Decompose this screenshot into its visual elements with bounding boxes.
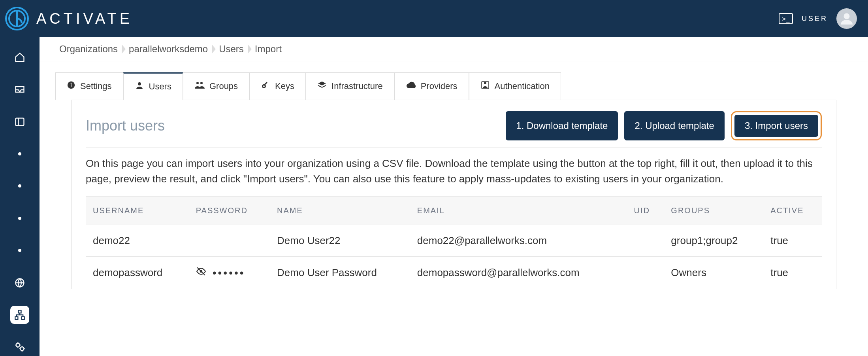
svg-rect-5 bbox=[19, 310, 21, 313]
svg-rect-7 bbox=[22, 317, 24, 320]
sidebar-item-dot-4[interactable] bbox=[10, 241, 29, 259]
tab-providers[interactable]: Providers bbox=[394, 72, 469, 100]
svg-rect-18 bbox=[264, 82, 267, 85]
tab-label: Providers bbox=[421, 81, 458, 91]
table-header-row: USERNAME PASSWORD NAME EMAIL UID GROUPS … bbox=[86, 197, 822, 225]
tabs: Settings Users Groups bbox=[55, 72, 852, 100]
tab-label: Keys bbox=[275, 81, 294, 91]
cell-password: •••••• bbox=[189, 257, 270, 289]
tab-label: Settings bbox=[80, 81, 112, 91]
layers-icon bbox=[317, 80, 327, 92]
tab-authentication[interactable]: Authentication bbox=[469, 72, 561, 100]
svg-rect-3 bbox=[16, 118, 24, 125]
cell-groups: Owners bbox=[664, 257, 763, 289]
col-name: NAME bbox=[270, 197, 410, 225]
import-users-button[interactable]: 3. Import users bbox=[734, 115, 818, 137]
svg-rect-11 bbox=[71, 84, 72, 87]
svg-point-15 bbox=[200, 82, 203, 84]
svg-point-2 bbox=[844, 13, 850, 19]
cell-groups: group1;group2 bbox=[664, 225, 763, 257]
terminal-icon[interactable]: >_ bbox=[779, 13, 793, 24]
download-template-button[interactable]: 1. Download template bbox=[506, 111, 618, 140]
sidebar-item-dot-3[interactable] bbox=[10, 209, 29, 227]
breadcrumb: Organizations parallelworksdemo Users Im… bbox=[40, 37, 868, 61]
tab-settings[interactable]: Settings bbox=[55, 72, 123, 100]
sidebar-item-dot-1[interactable] bbox=[10, 145, 29, 163]
cell-name: Demo User Password bbox=[270, 257, 410, 289]
tab-label: Groups bbox=[209, 81, 238, 91]
password-dots: •••••• bbox=[213, 267, 245, 279]
brand-logo-icon bbox=[5, 6, 29, 31]
key-icon bbox=[261, 80, 270, 92]
tab-users[interactable]: Users bbox=[123, 72, 183, 100]
cloud-icon bbox=[406, 81, 416, 91]
sidebar-item-dot-2[interactable] bbox=[10, 177, 29, 195]
cell-username: demopassword bbox=[86, 257, 189, 289]
cell-name: Demo User22 bbox=[270, 225, 410, 257]
avatar[interactable] bbox=[836, 8, 857, 29]
cell-active: true bbox=[763, 225, 822, 257]
panel: Import users 1. Download template 2. Upl… bbox=[71, 100, 836, 289]
header-right: >_ USER bbox=[779, 8, 857, 29]
breadcrumb-item[interactable]: Organizations bbox=[55, 44, 125, 55]
col-email: EMAIL bbox=[410, 197, 627, 225]
svg-point-9 bbox=[20, 347, 24, 350]
cell-username: demo22 bbox=[86, 225, 189, 257]
col-username: USERNAME bbox=[86, 197, 189, 225]
import-users-highlight: 3. Import users bbox=[731, 111, 822, 140]
table-row: demo22 Demo User22 demo22@parallelworks.… bbox=[86, 225, 822, 257]
sidebar-item-panels[interactable] bbox=[10, 113, 29, 131]
info-icon bbox=[67, 81, 75, 92]
action-buttons: 1. Download template 2. Upload template … bbox=[506, 111, 822, 140]
col-active: ACTIVE bbox=[763, 197, 822, 225]
sidebar bbox=[0, 37, 40, 356]
tab-label: Authentication bbox=[495, 81, 550, 91]
tab-label: Infrastructure bbox=[331, 81, 383, 91]
cell-uid bbox=[627, 225, 664, 257]
users-table: USERNAME PASSWORD NAME EMAIL UID GROUPS … bbox=[86, 196, 822, 289]
cell-password bbox=[189, 225, 270, 257]
tab-infrastructure[interactable]: Infrastructure bbox=[306, 72, 394, 100]
svg-point-8 bbox=[16, 343, 20, 347]
user-label[interactable]: USER bbox=[802, 15, 828, 23]
col-uid: UID bbox=[627, 197, 664, 225]
top-header: ACTIVATE >_ USER bbox=[0, 0, 868, 37]
col-password: PASSWORD bbox=[189, 197, 270, 225]
svg-point-17 bbox=[263, 85, 265, 87]
upload-template-button[interactable]: 2. Upload template bbox=[624, 111, 724, 140]
breadcrumb-item[interactable]: parallelworksdemo bbox=[125, 44, 215, 55]
sidebar-item-inbox[interactable] bbox=[10, 80, 29, 98]
cell-email: demopassword@parallelworks.com bbox=[410, 257, 627, 289]
groups-icon bbox=[194, 81, 205, 92]
cell-active: true bbox=[763, 257, 822, 289]
tab-groups[interactable]: Groups bbox=[183, 72, 249, 100]
content: Organizations parallelworksdemo Users Im… bbox=[40, 37, 868, 356]
tab-keys[interactable]: Keys bbox=[249, 72, 306, 100]
user-icon bbox=[135, 81, 144, 93]
cell-uid bbox=[627, 257, 664, 289]
sidebar-item-home[interactable] bbox=[10, 48, 29, 66]
svg-point-13 bbox=[138, 82, 141, 85]
svg-rect-6 bbox=[15, 317, 18, 320]
sidebar-item-settings[interactable] bbox=[10, 338, 29, 356]
badge-icon bbox=[480, 80, 490, 92]
col-groups: GROUPS bbox=[664, 197, 763, 225]
svg-point-14 bbox=[196, 82, 199, 84]
panel-header: Import users 1. Download template 2. Upl… bbox=[86, 111, 822, 148]
page-description: On this page you can import users into y… bbox=[86, 148, 822, 196]
cell-email: demo22@parallelworks.com bbox=[410, 225, 627, 257]
eye-off-icon[interactable] bbox=[196, 266, 206, 279]
brand: ACTIVATE bbox=[5, 6, 133, 31]
brand-name: ACTIVATE bbox=[36, 10, 133, 27]
breadcrumb-item[interactable]: Import bbox=[251, 44, 289, 55]
tab-label: Users bbox=[149, 81, 171, 92]
svg-point-19 bbox=[484, 82, 486, 84]
table-row: demopassword bbox=[86, 257, 822, 289]
sidebar-item-network[interactable] bbox=[10, 306, 29, 324]
svg-point-12 bbox=[71, 83, 72, 84]
sidebar-item-globe[interactable] bbox=[10, 274, 29, 292]
breadcrumb-item[interactable]: Users bbox=[215, 44, 251, 55]
page-title: Import users bbox=[86, 117, 165, 134]
